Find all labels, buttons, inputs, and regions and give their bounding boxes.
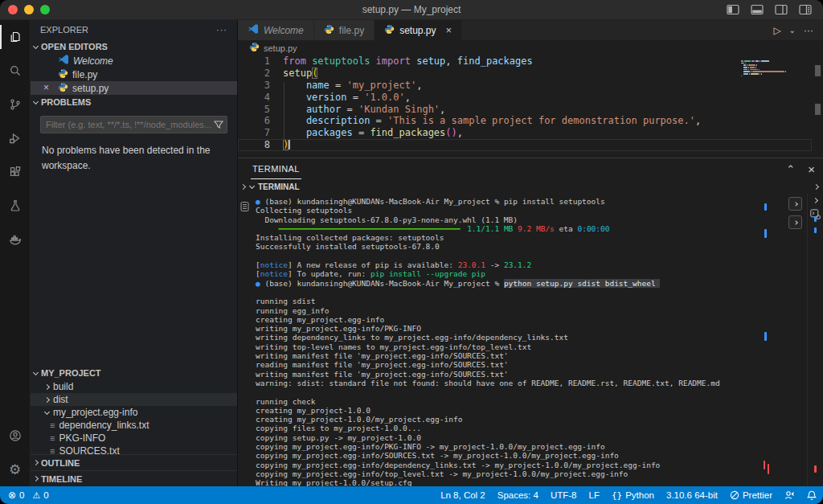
window-title: setup.py — My_project xyxy=(0,4,823,15)
minimap[interactable] xyxy=(741,60,804,78)
status-item-python[interactable]: {}Python xyxy=(612,490,654,501)
tab-setup-py[interactable]: setup.py× xyxy=(375,20,462,40)
code-line-3: 3 name = 'my_project', xyxy=(238,80,823,92)
scroll-decoration xyxy=(764,229,767,238)
problems-message: No problems have been detected in the wo… xyxy=(31,138,237,178)
tab-label: file.py xyxy=(339,25,364,36)
line-number: 8 xyxy=(238,139,270,151)
close-editor-icon[interactable]: × xyxy=(43,82,49,93)
open-editors-section-header[interactable]: OPEN EDITORS xyxy=(31,39,237,54)
terminal-body[interactable]: ● (base) kundansingh@KUNDANs-MacBook-Air… xyxy=(238,194,823,486)
status-label: 3.10.6 64-bit xyxy=(666,490,718,500)
problems-section-header[interactable]: PROBLEMS xyxy=(31,95,237,109)
terminal-instance-zsh[interactable] xyxy=(788,197,802,211)
terminal-line: Downloading setuptools-67.8.0-py3-none-a… xyxy=(256,215,760,224)
zoom-window-button[interactable] xyxy=(40,5,50,14)
problems-label: PROBLEMS xyxy=(41,97,91,107)
activity-bar-docker-icon[interactable] xyxy=(0,223,31,256)
explorer-more-actions-button[interactable]: ··· xyxy=(216,25,227,35)
terminal-line: [notice] To update, run: pip install --u… xyxy=(256,269,760,278)
editor-more-actions-button[interactable]: ··· xyxy=(804,25,813,36)
chevron-right-icon[interactable] xyxy=(813,183,819,189)
activity-bar-run-debug-icon[interactable] xyxy=(0,121,31,155)
terminal-panel-tab[interactable]: TERMINAL xyxy=(251,158,301,179)
activity-bar-explorer-icon[interactable] xyxy=(0,20,31,54)
status-bar: ⊗0⚠0 Ln 8, Col 2Spaces: 4UTF-8LF{}Python… xyxy=(0,486,823,504)
terminal-line: copying setup.py -> my_project-1.0.0 xyxy=(256,433,760,442)
breadcrumb[interactable]: setup.py xyxy=(238,40,823,55)
toggle-sidebar-left-icon[interactable] xyxy=(727,4,739,15)
python-icon xyxy=(324,24,334,37)
customize-layout-icon[interactable] xyxy=(799,4,812,15)
maximize-panel-button[interactable]: ⌃ xyxy=(786,164,795,174)
terminal-line: Installing collected packages: setuptool… xyxy=(256,233,760,242)
problems-filter-input[interactable] xyxy=(46,120,214,129)
run-python-file-button[interactable]: ▷ xyxy=(773,25,780,36)
activity-bar-testing-icon[interactable] xyxy=(0,189,31,223)
terminal-instances-list xyxy=(788,197,802,229)
status-item-bell[interactable] xyxy=(807,490,817,501)
open-editor-item-file-py[interactable]: file.py xyxy=(31,68,237,81)
toggle-panel-icon[interactable] xyxy=(751,4,764,15)
text-file-icon: ≡ xyxy=(50,432,55,444)
activity-bar: ⚙ xyxy=(0,20,31,486)
indent-guide xyxy=(284,82,285,141)
status-item-utf-8[interactable]: UTF-8 xyxy=(551,490,577,500)
tree-item-label: my_project.egg-info xyxy=(53,407,137,418)
layout-controls xyxy=(727,4,823,15)
status-item-feedback[interactable] xyxy=(784,490,795,500)
status-item-spaces-4[interactable]: Spaces: 4 xyxy=(497,490,538,500)
tree-item-sources-txt[interactable]: ≡SOURCES.txt xyxy=(31,445,237,454)
chevron-right-icon[interactable] xyxy=(240,183,246,189)
activity-bar-settings-icon[interactable]: ⚙ xyxy=(0,453,31,486)
tree-item-dependency_links-txt[interactable]: ≡dependency_links.txt xyxy=(31,419,237,432)
close-tab-icon[interactable]: × xyxy=(446,24,452,36)
activity-bar-search-icon[interactable] xyxy=(0,54,31,88)
activity-bar-source-control-icon[interactable] xyxy=(0,88,31,121)
tree-item-my_project-egg-info[interactable]: my_project.egg-info xyxy=(31,406,237,419)
status-warnings[interactable]: ⚠0 xyxy=(32,490,48,501)
line-number: 1 xyxy=(238,55,270,68)
status-item-lf[interactable]: LF xyxy=(589,490,600,500)
open-editor-item-welcome[interactable]: Welcome xyxy=(31,54,237,68)
chevron-down-icon xyxy=(44,408,50,414)
terminal-line: writing dependency_links to my_project.e… xyxy=(256,333,760,342)
status-errors[interactable]: ⊗0 xyxy=(8,490,24,501)
toggle-sidebar-right-icon[interactable] xyxy=(775,4,788,15)
code-editor[interactable]: 1from setuptools import setup, find_pack… xyxy=(238,55,823,158)
chevron-right-icon[interactable] xyxy=(813,198,818,203)
outline-section-header[interactable]: OUTLINE xyxy=(31,454,237,470)
status-item-ln-8-col-2[interactable]: Ln 8, Col 2 xyxy=(440,490,485,500)
status-item-3-10-6-64-bit[interactable]: 3.10.6 64-bit xyxy=(666,490,718,500)
timeline-section-header[interactable]: TIMELINE xyxy=(31,470,237,486)
tab-file-py[interactable]: file.py xyxy=(314,20,375,40)
tab-welcome[interactable]: Welcome xyxy=(238,20,314,40)
terminal-line: Successfully installed setuptools-67.8.0 xyxy=(256,242,760,251)
activity-bar-account-icon[interactable] xyxy=(0,419,31,453)
python-file-icon xyxy=(249,42,260,54)
sidebar-title: EXPLORER xyxy=(40,25,88,35)
warnings-icon: ⚠ xyxy=(32,490,40,501)
filter-icon xyxy=(214,120,223,129)
close-panel-button[interactable]: × xyxy=(808,163,815,175)
open-editor-item-setup-py[interactable]: ×setup.py xyxy=(31,81,237,95)
project-section-header[interactable]: MY_PROJECT xyxy=(31,366,237,380)
tree-item-label: dependency_links.txt xyxy=(59,420,149,431)
close-window-button[interactable] xyxy=(8,5,18,14)
tab-label: setup.py xyxy=(399,25,436,36)
tree-item-label: dist xyxy=(53,394,68,405)
tab-label: Welcome xyxy=(264,25,304,36)
terminal-instance-zsh[interactable] xyxy=(788,215,802,229)
status-item-prettier[interactable]: Prettier xyxy=(730,490,772,500)
activity-bar-extensions-icon[interactable] xyxy=(0,155,31,189)
terminal-line: creating my_project-1.0.0/my_project.egg… xyxy=(256,415,760,424)
terminal-section-label: TERMINAL xyxy=(258,182,300,191)
terminal-section-header[interactable]: TERMINAL xyxy=(250,182,300,191)
run-dropdown-button[interactable]: ⌄ xyxy=(789,26,796,35)
tree-item-dist[interactable]: dist xyxy=(31,393,237,406)
minimize-window-button[interactable] xyxy=(24,5,34,14)
code-text: packages = find_packages(), xyxy=(270,127,463,139)
tree-item-build[interactable]: build xyxy=(31,380,237,393)
chevron-right-icon xyxy=(33,460,39,465)
tree-item-pkg-info[interactable]: ≡PKG-INFO xyxy=(31,432,237,445)
